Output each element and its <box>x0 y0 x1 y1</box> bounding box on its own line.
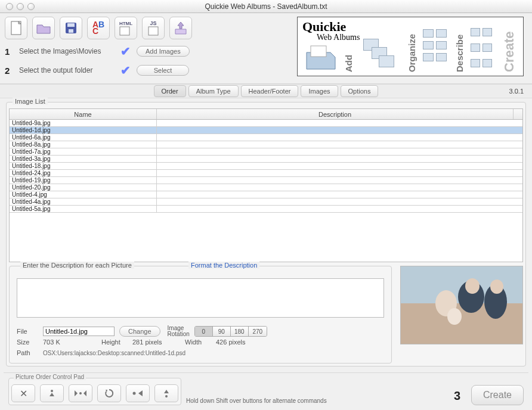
svg-rect-5 <box>120 27 129 35</box>
product-banner: Quickie Web Albums Add Organize Describe… <box>297 17 524 76</box>
table-row[interactable]: Untitled-4.jpg <box>10 191 522 198</box>
path-value: OSX:Users:lajackso:Desktop:scanned:Untit… <box>43 350 185 356</box>
file-name-input[interactable] <box>43 327 115 336</box>
row-desc <box>157 184 522 191</box>
row-name: Untitled-6a.jpg <box>10 134 157 141</box>
row-name: Untitled-18.jpg <box>10 163 157 169</box>
step-three-number: 3 <box>454 389 460 403</box>
order-control-pad: Picture Order Control Pad ✕ <box>8 378 181 405</box>
zoom-icon[interactable] <box>27 3 35 10</box>
row-desc <box>157 156 522 162</box>
row-name: Untitled-3a.jpg <box>10 156 157 162</box>
close-icon[interactable] <box>6 3 13 10</box>
row-desc <box>157 177 522 184</box>
pad-swap-button[interactable] <box>69 384 92 402</box>
svg-point-9 <box>79 392 82 395</box>
change-file-button[interactable]: Change <box>119 326 160 337</box>
row-desc <box>157 163 522 169</box>
size-value: 703 K <box>43 338 97 346</box>
column-header-description[interactable]: Description <box>157 109 514 119</box>
minimize-icon[interactable] <box>17 3 24 10</box>
svg-point-8 <box>51 390 53 392</box>
pad-legend: Picture Order Control Pad <box>14 374 86 380</box>
rotation-180[interactable]: 180 <box>231 327 249 336</box>
export-button[interactable] <box>169 17 192 39</box>
svg-rect-7 <box>311 46 326 57</box>
save-button[interactable] <box>60 17 82 39</box>
format-description-link[interactable]: Format the Description <box>188 262 259 269</box>
banner-word-create: Create <box>502 32 517 72</box>
create-button[interactable]: Create <box>471 385 524 405</box>
add-images-button[interactable]: Add Images <box>137 46 190 57</box>
html-template-button[interactable]: HTML <box>115 17 137 39</box>
tab-album-type[interactable]: Album Type <box>188 85 239 97</box>
step-one-done-icon: ✔ <box>120 44 131 58</box>
row-name: Untitled-8a.jpg <box>10 141 157 148</box>
row-name: Untitled-1d.jpg <box>10 127 157 133</box>
row-desc <box>157 127 522 133</box>
pad-rotate-button[interactable] <box>97 384 121 402</box>
row-desc <box>157 148 522 155</box>
table-row[interactable]: Untitled-20.jpg <box>10 184 522 191</box>
rotation-90[interactable]: 90 <box>213 327 231 336</box>
table-row[interactable]: Untitled-8a.jpg <box>10 141 522 148</box>
table-row[interactable]: Untitled-1d.jpg <box>10 127 522 134</box>
row-name: Untitled-24.jpg <box>10 170 157 176</box>
javascript-button[interactable]: JS <box>142 17 165 39</box>
description-input[interactable] <box>17 278 384 318</box>
window-title: Quickie Web Albums - SavedAlbum.txt <box>0 2 532 11</box>
table-row[interactable]: Untitled-6a.jpg <box>10 134 522 141</box>
banner-word-add: Add <box>344 55 354 72</box>
column-header-name[interactable]: Name <box>10 109 157 119</box>
editor-legend: Enter the Description for each Picture <box>20 262 134 269</box>
description-editor: Enter the Description for each Picture F… <box>9 266 392 364</box>
tab-order[interactable]: Order <box>154 85 186 97</box>
svg-rect-6 <box>149 27 158 35</box>
tab-header-footer[interactable]: Header/Footer <box>241 85 299 97</box>
table-row[interactable]: Untitled-5a.jpg <box>10 206 522 213</box>
size-label: Size <box>17 338 38 346</box>
table-row[interactable]: Untitled-18.jpg <box>10 163 522 170</box>
pad-delete-button[interactable]: ✕ <box>11 384 35 402</box>
table-row[interactable]: Untitled-24.jpg <box>10 170 522 177</box>
row-desc <box>157 198 522 205</box>
rotation-270[interactable]: 270 <box>249 327 267 336</box>
table-row[interactable]: Untitled-19.jpg <box>10 177 522 184</box>
row-name: Untitled-4.jpg <box>10 191 157 198</box>
table-row[interactable]: Untitled-4a.jpg <box>10 198 522 206</box>
image-list-panel: Image List Name Description Untitled-9a.… <box>6 102 526 366</box>
image-list-body[interactable]: Untitled-9a.jpgUntitled-1d.jpgUntitled-6… <box>10 120 522 213</box>
step-one-number: 1 <box>5 46 13 57</box>
version-label: 3.0.1 <box>509 88 524 95</box>
step-two-number: 2 <box>5 66 13 76</box>
new-document-button[interactable] <box>5 17 27 39</box>
width-label: Width <box>185 338 211 346</box>
svg-point-11 <box>165 395 168 397</box>
fonts-button[interactable]: ABC <box>87 17 110 39</box>
pad-move-down-button[interactable] <box>40 384 64 402</box>
row-name: Untitled-5a.jpg <box>10 206 157 212</box>
scrollbar-track[interactable] <box>514 109 522 119</box>
table-row[interactable]: Untitled-9a.jpg <box>10 120 522 127</box>
table-row[interactable]: Untitled-3a.jpg <box>10 156 522 163</box>
tab-images[interactable]: Images <box>301 85 338 97</box>
select-folder-button[interactable]: Select <box>137 65 189 76</box>
row-name: Untitled-4a.jpg <box>10 198 157 205</box>
row-desc <box>157 206 522 212</box>
open-folder-button[interactable] <box>32 17 55 39</box>
pad-move-up-button[interactable] <box>154 384 178 402</box>
step-one-label: Select the Images\Movies <box>19 47 115 55</box>
row-desc <box>157 141 522 148</box>
tab-options[interactable]: Options <box>341 85 379 97</box>
rotation-0[interactable]: 0 <box>195 327 213 336</box>
row-desc <box>157 120 522 126</box>
table-row[interactable]: Untitled-7a.jpg <box>10 148 522 156</box>
pad-nudge-button[interactable] <box>126 384 150 402</box>
rotation-label-2: Rotation <box>168 331 190 337</box>
main-toolbar: ABC HTML JS <box>5 17 291 39</box>
row-desc <box>157 191 522 198</box>
row-name: Untitled-7a.jpg <box>10 148 157 155</box>
row-name: Untitled-20.jpg <box>10 184 157 191</box>
path-label: Path <box>17 349 38 356</box>
row-name: Untitled-19.jpg <box>10 177 157 184</box>
